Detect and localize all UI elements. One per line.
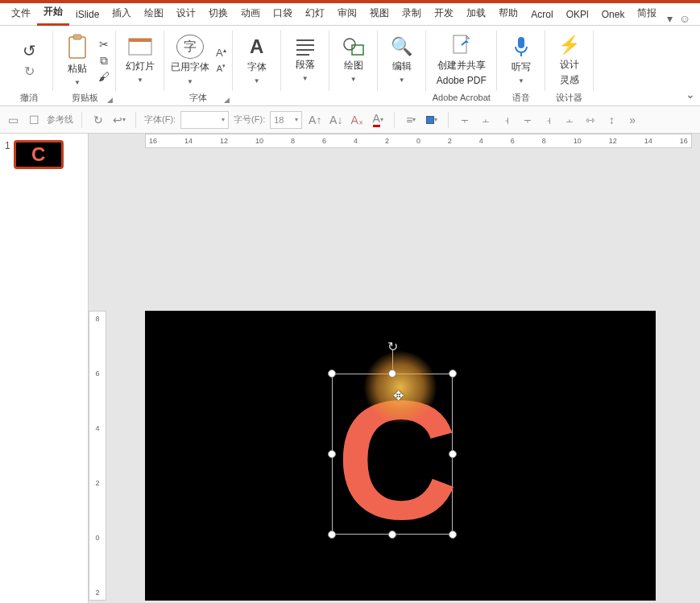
paragraph-button[interactable]: 段落 ▼ [288, 38, 323, 82]
slides-button[interactable]: 幻灯片 ▼ [122, 36, 158, 84]
size-select[interactable]: 18▾ [270, 111, 302, 129]
font-select[interactable]: ▾ [180, 111, 229, 129]
font-launcher-icon[interactable]: ◢ [224, 96, 230, 104]
tab-animations[interactable]: 动画 [234, 3, 267, 25]
cut-icon[interactable]: ✂ [98, 39, 110, 50]
shape-fill-icon[interactable]: ▾ [424, 112, 440, 128]
tab-addins[interactable]: 加载 [460, 3, 492, 25]
increase-font-icon[interactable]: A▴ [216, 47, 226, 58]
letter-shape[interactable]: C [332, 374, 453, 535]
slides-drop-icon[interactable]: ▼ [137, 76, 143, 84]
editing-drop-icon[interactable]: ▼ [399, 76, 405, 84]
tab-design[interactable]: 设计 [170, 3, 202, 25]
font-select-label: 字体(F): [144, 114, 176, 126]
selected-shape[interactable]: ↻ C ✥ [332, 374, 453, 535]
thumbnail-pane[interactable]: 1 C [0, 134, 89, 603]
paragraph-drop-icon[interactable]: ▼ [302, 75, 309, 82]
usedfont-icon: 字 [176, 35, 204, 59]
font-button[interactable]: A 字体 ▼ [239, 35, 275, 85]
tab-acrobat[interactable]: Acrol [524, 6, 559, 25]
resize-handle-s[interactable] [388, 531, 396, 539]
smile-icon[interactable]: ☺ [679, 12, 690, 25]
tab-islide[interactable]: iSlide [69, 6, 106, 25]
format-painter-icon[interactable]: 🖌 [98, 71, 110, 82]
align-middle-icon[interactable]: ⫞ [541, 112, 557, 128]
ribbon-overflow[interactable]: ⌄ [681, 26, 700, 105]
tab-help[interactable]: 帮助 [492, 3, 524, 25]
resize-handle-w[interactable] [328, 450, 336, 458]
tab-transitions[interactable]: 切换 [202, 3, 234, 25]
resize-handle-se[interactable] [449, 531, 457, 539]
tab-pocket[interactable]: 口袋 [267, 3, 299, 25]
align-center-h-icon[interactable]: ⫠ [478, 112, 494, 128]
group-slides-label [122, 91, 158, 104]
usedfont-drop-icon[interactable]: ▼ [187, 78, 193, 85]
distribute-v-icon[interactable]: ↕ [603, 112, 619, 128]
distribute-h-icon[interactable]: ⇿ [582, 112, 599, 128]
resize-handle-nw[interactable] [328, 370, 336, 378]
align-bottom-icon[interactable]: ⫠ [561, 112, 578, 128]
slide-editor[interactable]: 1614121086420246810121416 864202 ↻ C ✥ [89, 134, 700, 603]
tab-review[interactable]: 审阅 [331, 3, 363, 25]
tab-record[interactable]: 录制 [396, 3, 428, 25]
decrease-font-icon[interactable]: A▾ [216, 63, 226, 73]
slide[interactable]: ↻ C ✥ [145, 311, 656, 601]
overflow-icon[interactable]: » [624, 112, 640, 128]
undo-small-icon[interactable]: ↩▾ [111, 112, 127, 128]
usedfont-label: 已用字体 [171, 61, 209, 72]
tab-file[interactable]: 文件 [5, 3, 37, 25]
tab-developer[interactable]: 开发 [428, 3, 460, 25]
resize-handle-n[interactable] [388, 370, 396, 378]
copy-icon[interactable]: ⧉ [98, 55, 110, 66]
tab-insert[interactable]: 插入 [106, 3, 138, 25]
refresh-icon[interactable]: ↻ [90, 112, 106, 128]
resize-handle-ne[interactable] [449, 370, 457, 378]
tab-onek[interactable]: Onek [595, 6, 632, 25]
tab-view[interactable]: 视图 [363, 3, 396, 25]
font-color-icon[interactable]: A▾ [370, 112, 386, 128]
adobe-button[interactable]: 创建并共享 Adobe PDF [437, 34, 487, 86]
dictate-drop-icon[interactable]: ▼ [518, 77, 524, 85]
paste-button[interactable]: 粘贴 ▼ [60, 34, 95, 86]
clipboard-launcher-icon[interactable]: ◢ [107, 96, 113, 104]
group-voice-label: 语音 [503, 91, 539, 104]
dictate-label: 听写 [512, 61, 531, 72]
shrink-font-icon[interactable]: A↓ [328, 112, 344, 128]
paste-drop-icon[interactable]: ▼ [74, 79, 81, 86]
canvas[interactable]: ↻ C ✥ [145, 311, 656, 601]
align-top-icon[interactable]: ⫟ [520, 112, 536, 128]
tab-draw[interactable]: 绘图 [138, 3, 170, 25]
guides-label[interactable]: 参考线 [47, 114, 73, 126]
drawing-drop-icon[interactable]: ▼ [350, 76, 357, 83]
undo-button[interactable]: ↺ ↻ [11, 41, 47, 79]
tab-slideshow[interactable]: 幻灯 [299, 3, 331, 25]
thumbnail-number: 1 [5, 140, 10, 151]
group-undo-label: 撤消 [11, 91, 47, 104]
align-right-icon[interactable]: ⫞ [499, 112, 515, 128]
dictate-button[interactable]: 听写 ▼ [503, 35, 539, 85]
editing-button[interactable]: 🔍 编辑 ▼ [384, 36, 420, 84]
resize-handle-e[interactable] [449, 450, 457, 458]
grow-font-icon[interactable]: A↑ [307, 112, 323, 128]
size-select-label: 字号(F): [234, 114, 265, 126]
tab-brief[interactable]: 简报 [631, 3, 663, 25]
group-designer: ⚡ 设计 灵感 设计器 [545, 26, 594, 105]
tab-okpi[interactable]: OKPl [560, 6, 595, 25]
resize-handle-sw[interactable] [328, 531, 336, 539]
align-left-icon[interactable]: ⫟ [457, 112, 473, 128]
group-slides: 幻灯片 ▼ [116, 26, 164, 105]
ribbon-options-icon[interactable]: ▾ [667, 12, 673, 25]
drawing-button[interactable]: 绘图 ▼ [336, 37, 371, 83]
thumbnail-item[interactable]: 1 C [5, 140, 83, 169]
text-box-icon[interactable]: ▭ [5, 112, 21, 128]
align-icon[interactable]: ≡▾ [403, 112, 419, 128]
designer-button[interactable]: ⚡ 设计 灵感 [552, 35, 587, 85]
usedfont-button[interactable]: 字 已用字体 ▼ [171, 35, 209, 85]
tab-home[interactable]: 开始 [37, 2, 69, 26]
thumbnail-preview[interactable]: C [14, 140, 64, 169]
font-drop-icon[interactable]: ▼ [254, 77, 260, 85]
rotate-handle-icon[interactable]: ↻ [384, 338, 400, 354]
checkbox-icon[interactable]: ☐ [26, 112, 42, 128]
redo-icon[interactable]: ↻ [24, 64, 35, 79]
clear-format-icon[interactable]: Aₓ [349, 112, 365, 128]
